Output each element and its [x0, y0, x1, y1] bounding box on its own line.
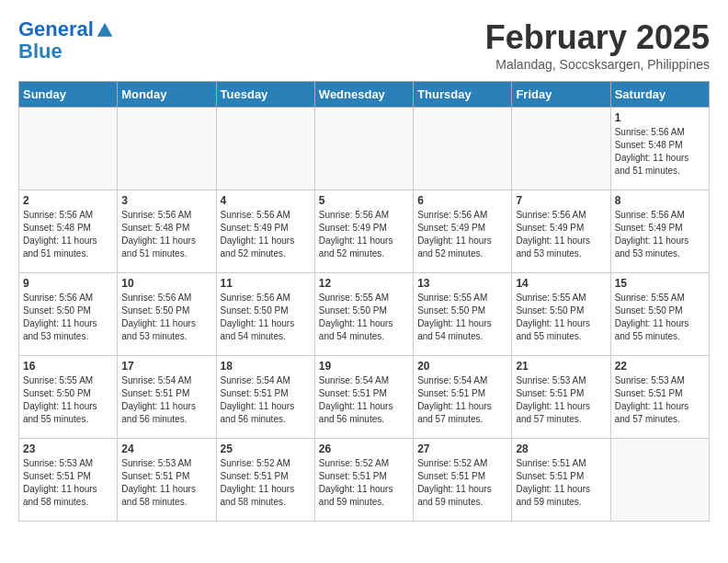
day-info: Sunrise: 5:54 AM Sunset: 5:51 PM Dayligh… — [121, 374, 211, 426]
day-number: 23 — [23, 442, 113, 455]
calendar-cell: 4Sunrise: 5:56 AM Sunset: 5:49 PM Daylig… — [216, 190, 314, 273]
day-info: Sunrise: 5:55 AM Sunset: 5:50 PM Dayligh… — [516, 292, 606, 343]
day-number: 9 — [23, 277, 113, 290]
day-number: 19 — [319, 360, 409, 373]
month-year-title: February 2025 — [485, 18, 710, 57]
header-friday: Friday — [512, 82, 610, 108]
week-row-5: 23Sunrise: 5:53 AM Sunset: 5:51 PM Dayli… — [19, 439, 710, 522]
day-number: 14 — [516, 277, 606, 290]
header-sunday: Sunday — [19, 82, 118, 108]
day-number: 16 — [23, 360, 113, 373]
day-number: 7 — [516, 194, 606, 207]
day-info: Sunrise: 5:55 AM Sunset: 5:50 PM Dayligh… — [417, 292, 507, 343]
day-number: 22 — [615, 360, 705, 373]
day-number: 2 — [23, 194, 113, 207]
day-info: Sunrise: 5:56 AM Sunset: 5:49 PM Dayligh… — [516, 209, 606, 260]
day-info: Sunrise: 5:56 AM Sunset: 5:50 PM Dayligh… — [23, 292, 113, 343]
day-number: 1 — [615, 111, 705, 124]
header-thursday: Thursday — [414, 82, 512, 108]
day-number: 26 — [319, 442, 409, 455]
calendar-cell: 19Sunrise: 5:54 AM Sunset: 5:51 PM Dayli… — [314, 356, 413, 439]
calendar-cell: 2Sunrise: 5:56 AM Sunset: 5:48 PM Daylig… — [19, 190, 118, 273]
day-info: Sunrise: 5:56 AM Sunset: 5:50 PM Dayligh… — [121, 292, 211, 343]
calendar-cell: 17Sunrise: 5:54 AM Sunset: 5:51 PM Dayli… — [118, 356, 216, 439]
header-saturday: Saturday — [610, 82, 709, 108]
calendar-cell: 10Sunrise: 5:56 AM Sunset: 5:50 PM Dayli… — [118, 273, 216, 356]
calendar-cell: 26Sunrise: 5:52 AM Sunset: 5:51 PM Dayli… — [314, 439, 413, 522]
calendar-cell: 16Sunrise: 5:55 AM Sunset: 5:50 PM Dayli… — [19, 356, 118, 439]
day-number: 27 — [417, 442, 507, 455]
day-info: Sunrise: 5:56 AM Sunset: 5:48 PM Dayligh… — [23, 209, 113, 260]
page-header: General Blue February 2025 Malandag, Soc… — [18, 18, 710, 72]
day-info: Sunrise: 5:52 AM Sunset: 5:51 PM Dayligh… — [319, 457, 409, 509]
day-info: Sunrise: 5:56 AM Sunset: 5:49 PM Dayligh… — [615, 209, 705, 260]
calendar-cell: 23Sunrise: 5:53 AM Sunset: 5:51 PM Dayli… — [19, 439, 118, 522]
title-block: February 2025 Malandag, Soccsksargen, Ph… — [485, 18, 710, 72]
day-number: 8 — [615, 194, 705, 207]
week-row-1: 1Sunrise: 5:56 AM Sunset: 5:48 PM Daylig… — [19, 108, 710, 190]
day-number: 24 — [121, 442, 211, 455]
calendar-cell — [216, 108, 314, 190]
calendar-cell: 8Sunrise: 5:56 AM Sunset: 5:49 PM Daylig… — [610, 190, 709, 273]
header-monday: Monday — [118, 82, 216, 108]
logo: General Blue — [18, 18, 114, 63]
calendar-cell: 5Sunrise: 5:56 AM Sunset: 5:49 PM Daylig… — [314, 190, 413, 273]
day-number: 4 — [221, 194, 311, 207]
calendar-header-row: SundayMondayTuesdayWednesdayThursdayFrid… — [19, 82, 710, 108]
day-info: Sunrise: 5:56 AM Sunset: 5:49 PM Dayligh… — [417, 209, 507, 260]
calendar-cell: 12Sunrise: 5:55 AM Sunset: 5:50 PM Dayli… — [314, 273, 413, 356]
day-info: Sunrise: 5:56 AM Sunset: 5:49 PM Dayligh… — [319, 209, 409, 260]
day-number: 12 — [319, 277, 409, 290]
day-info: Sunrise: 5:55 AM Sunset: 5:50 PM Dayligh… — [23, 374, 113, 426]
day-info: Sunrise: 5:54 AM Sunset: 5:51 PM Dayligh… — [319, 374, 409, 426]
calendar-cell — [118, 108, 216, 190]
day-number: 3 — [121, 194, 211, 207]
calendar-cell — [610, 439, 709, 522]
calendar-cell: 20Sunrise: 5:54 AM Sunset: 5:51 PM Dayli… — [414, 356, 512, 439]
day-number: 21 — [516, 360, 606, 373]
day-info: Sunrise: 5:54 AM Sunset: 5:51 PM Dayligh… — [221, 374, 311, 426]
calendar-cell: 1Sunrise: 5:56 AM Sunset: 5:48 PM Daylig… — [610, 108, 709, 190]
day-number: 11 — [221, 277, 311, 290]
day-number: 13 — [417, 277, 507, 290]
calendar-cell: 14Sunrise: 5:55 AM Sunset: 5:50 PM Dayli… — [512, 273, 610, 356]
day-number: 15 — [615, 277, 705, 290]
calendar-cell — [414, 108, 512, 190]
calendar-cell: 24Sunrise: 5:53 AM Sunset: 5:51 PM Dayli… — [118, 439, 216, 522]
week-row-3: 9Sunrise: 5:56 AM Sunset: 5:50 PM Daylig… — [19, 273, 710, 356]
day-number: 18 — [221, 360, 311, 373]
calendar-cell: 7Sunrise: 5:56 AM Sunset: 5:49 PM Daylig… — [512, 190, 610, 273]
day-number: 10 — [121, 277, 211, 290]
calendar-cell: 6Sunrise: 5:56 AM Sunset: 5:49 PM Daylig… — [414, 190, 512, 273]
location-subtitle: Malandag, Soccsksargen, Philippines — [485, 57, 710, 72]
calendar-cell: 27Sunrise: 5:52 AM Sunset: 5:51 PM Dayli… — [414, 439, 512, 522]
day-info: Sunrise: 5:54 AM Sunset: 5:51 PM Dayligh… — [417, 374, 507, 426]
day-info: Sunrise: 5:53 AM Sunset: 5:51 PM Dayligh… — [615, 374, 705, 426]
day-number: 6 — [417, 194, 507, 207]
day-info: Sunrise: 5:52 AM Sunset: 5:51 PM Dayligh… — [417, 457, 507, 509]
calendar-cell — [314, 108, 413, 190]
week-row-2: 2Sunrise: 5:56 AM Sunset: 5:48 PM Daylig… — [19, 190, 710, 273]
day-number: 17 — [121, 360, 211, 373]
day-number: 25 — [221, 442, 311, 455]
calendar-cell: 13Sunrise: 5:55 AM Sunset: 5:50 PM Dayli… — [414, 273, 512, 356]
day-number: 20 — [417, 360, 507, 373]
day-number: 5 — [319, 194, 409, 207]
calendar-cell: 21Sunrise: 5:53 AM Sunset: 5:51 PM Dayli… — [512, 356, 610, 439]
day-number: 28 — [516, 442, 606, 455]
calendar-cell: 18Sunrise: 5:54 AM Sunset: 5:51 PM Dayli… — [216, 356, 314, 439]
day-info: Sunrise: 5:52 AM Sunset: 5:51 PM Dayligh… — [221, 457, 311, 509]
day-info: Sunrise: 5:56 AM Sunset: 5:48 PM Dayligh… — [615, 126, 705, 178]
day-info: Sunrise: 5:55 AM Sunset: 5:50 PM Dayligh… — [615, 292, 705, 343]
calendar-cell: 25Sunrise: 5:52 AM Sunset: 5:51 PM Dayli… — [216, 439, 314, 522]
calendar-table: SundayMondayTuesdayWednesdayThursdayFrid… — [18, 81, 710, 522]
day-info: Sunrise: 5:53 AM Sunset: 5:51 PM Dayligh… — [23, 457, 113, 509]
calendar-cell: 11Sunrise: 5:56 AM Sunset: 5:50 PM Dayli… — [216, 273, 314, 356]
calendar-cell — [19, 108, 118, 190]
header-tuesday: Tuesday — [216, 82, 314, 108]
header-wednesday: Wednesday — [314, 82, 413, 108]
calendar-cell — [512, 108, 610, 190]
calendar-cell: 28Sunrise: 5:51 AM Sunset: 5:51 PM Dayli… — [512, 439, 610, 522]
svg-marker-0 — [97, 23, 113, 37]
calendar-cell: 15Sunrise: 5:55 AM Sunset: 5:50 PM Dayli… — [610, 273, 709, 356]
